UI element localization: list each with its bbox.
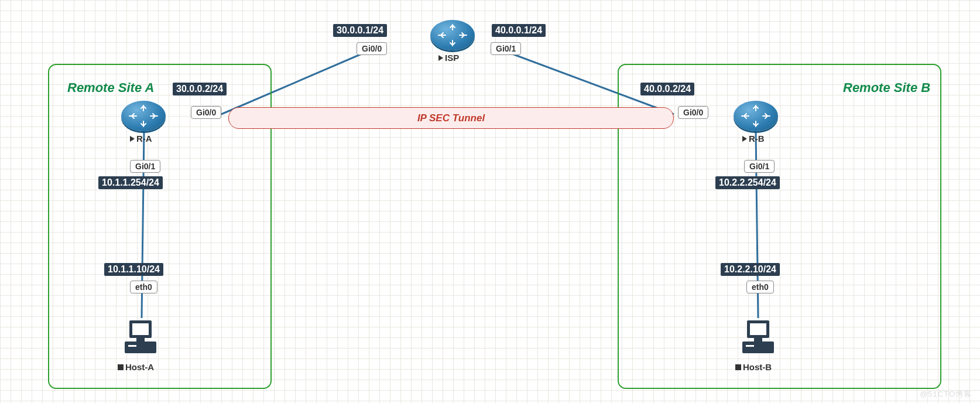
host-b [738,318,779,359]
port-ra-g00: Gi0/0 [191,106,221,119]
port-isp-g01: Gi0/1 [491,42,521,55]
stop-icon [735,364,741,370]
addr-ra-g00: 30.0.0.2/24 [173,83,227,95]
label-hostb: Host-B [735,362,772,372]
play-icon [438,55,443,61]
hostb-label-text: Host-B [743,362,772,372]
addr-isp-g01: 40.0.0.1/24 [492,24,546,37]
svg-rect-5 [132,323,149,335]
rb-label-text: R-B [749,134,765,144]
addr-rb-g00: 40.0.0.2/24 [640,83,694,95]
stop-icon [118,364,124,370]
port-isp-g00: Gi0/0 [357,42,387,55]
site-b-title: Remote Site B [843,80,930,95]
play-icon [130,136,135,142]
svg-rect-13 [746,345,754,347]
ipsec-tunnel: IP SEC Tunnel [228,107,674,129]
port-hosta-eth0: eth0 [130,281,157,293]
router-isp [430,20,475,50]
svg-rect-7 [136,338,145,343]
svg-rect-6 [125,341,156,353]
port-hostb-eth0: eth0 [746,281,774,293]
play-icon [742,136,747,142]
label-rb: R-B [742,134,765,144]
svg-rect-12 [754,338,762,343]
port-rb-g01: Gi0/1 [744,160,775,173]
addr-ra-g01: 10.1.1.254/24 [98,176,163,189]
addr-hosta: 10.1.1.10/24 [104,263,163,276]
svg-rect-11 [742,341,774,353]
isp-label-text: ISP [445,53,459,63]
watermark: @51CTO博客 [920,389,972,399]
addr-hostb: 10.2.2.10/24 [721,263,780,276]
svg-rect-10 [750,323,766,335]
label-isp: ISP [438,53,459,63]
port-rb-g00: Gi0/0 [678,106,708,119]
label-ra: R-A [130,134,152,144]
tunnel-label: IP SEC Tunnel [417,112,485,124]
addr-rb-g01: 10.2.2.254/24 [715,176,780,189]
svg-rect-8 [128,345,136,347]
addr-isp-g00: 30.0.0.1/24 [333,24,387,37]
label-hosta: Host-A [118,362,154,372]
router-ra [121,101,166,131]
site-a-title: Remote Site A [67,80,154,95]
router-rb [734,101,778,131]
hosta-label-text: Host-A [125,362,154,372]
ra-label-text: R-A [136,134,152,144]
host-a [120,318,161,359]
port-ra-g01: Gi0/1 [130,160,160,173]
